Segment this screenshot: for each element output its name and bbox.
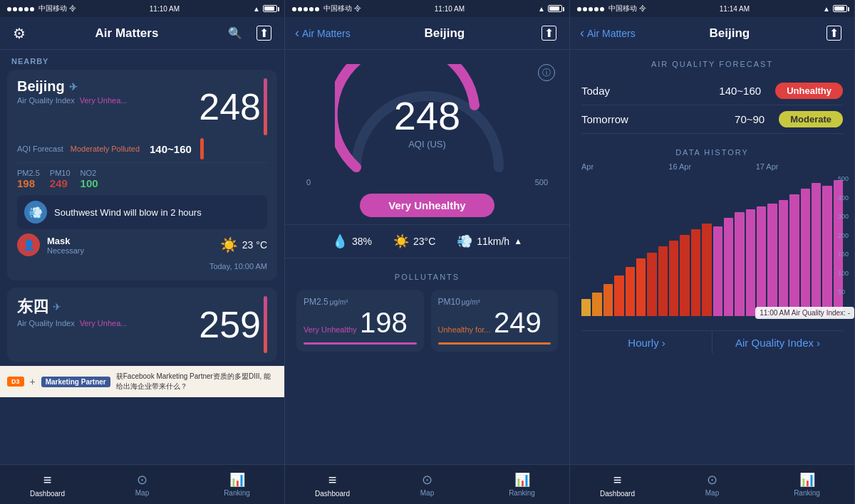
page-title-3: Beijing xyxy=(710,26,750,41)
nav-map-1[interactable]: ⊙ Map xyxy=(95,465,190,504)
today-badge: Unhealthy xyxy=(775,83,843,99)
gear-icon[interactable] xyxy=(10,22,28,45)
forecast-bar-1 xyxy=(200,138,204,159)
ranking-label-2: Ranking xyxy=(509,489,535,497)
status-bar-2: 中国移动 令 11:10 AM ▲ xyxy=(285,0,569,17)
time-1: 11:10 AM xyxy=(150,5,180,13)
nav-left-1 xyxy=(10,22,28,45)
nav-right-1 xyxy=(225,23,274,43)
loc2-left: 东四 ✈ Air Quality Index Very Unhea... xyxy=(17,296,127,327)
aqi-btn[interactable]: Air Quality Index › xyxy=(712,330,843,355)
share-icon-2[interactable] xyxy=(539,23,559,43)
dashboard-icon-1 xyxy=(43,472,52,488)
nav-dashboard-2[interactable]: Dashboard xyxy=(285,465,380,504)
timestamp-1: Today, 10:00 AM xyxy=(17,259,267,272)
status-right-2: ▲ xyxy=(538,5,562,13)
nav-map-2[interactable]: ⊙ Map xyxy=(380,465,475,504)
aqi-label: Air Quality Index xyxy=(735,337,814,349)
status-bar-1: 中国移动 令 11:10 AM ▲ xyxy=(0,0,284,17)
mask-icon: 👤 xyxy=(17,233,40,256)
pm10-card: PM10 μg/m³ Unhealthy for... 249 xyxy=(431,290,559,352)
aqi-arrow: › xyxy=(817,337,820,349)
y-50: 50 xyxy=(838,288,849,295)
chart-bar-4 xyxy=(626,267,635,316)
bottom-nav-3: Dashboard ⊙ Map 📊 Ranking xyxy=(570,464,854,504)
ad-plus: + xyxy=(30,376,36,387)
aqi-label-1: Air Quality Index Very Unhea... xyxy=(17,96,127,105)
nav-map-3[interactable]: ⊙ Map xyxy=(665,465,760,504)
y-150: 150 xyxy=(838,251,849,258)
pm10-item: PM10 249 xyxy=(50,169,71,189)
aqi-bar-1 xyxy=(264,78,267,135)
temp-stat: ☀️ 23°C xyxy=(393,233,435,249)
wind-stat-icon: 💨 xyxy=(457,233,472,249)
nav-ranking-2[interactable]: 📊 Ranking xyxy=(475,465,569,504)
nav-dashboard-1[interactable]: Dashboard xyxy=(0,465,95,504)
back-btn-3[interactable]: ‹ Air Matters xyxy=(580,26,636,41)
chart-bar-18 xyxy=(779,200,788,316)
chart-bar-22 xyxy=(822,186,831,316)
search-icon[interactable] xyxy=(225,23,245,43)
chart-bar-2 xyxy=(603,284,613,316)
info-icon[interactable]: ⓘ xyxy=(538,64,555,81)
pm25-card: PM2.5 μg/m³ Very Unhealthy 198 xyxy=(296,290,424,352)
dongsi-card[interactable]: 东四 ✈ Air Quality Index Very Unhea... 259 xyxy=(7,288,277,362)
hourly-arrow: › xyxy=(662,337,665,349)
status-right-3: ▲ xyxy=(823,5,847,13)
tomorrow-range: 70~90 xyxy=(735,113,765,125)
share-icon[interactable] xyxy=(254,23,274,43)
page-title-1: Air Matters xyxy=(95,26,159,41)
today-right: 140~160 Unhealthy xyxy=(719,83,843,99)
forecast-tomorrow: Tomorrow 70~90 Moderate xyxy=(581,105,843,134)
pm10-card-unit: μg/m³ xyxy=(462,298,480,306)
nav-dashboard-3[interactable]: Dashboard xyxy=(570,465,665,504)
back-btn-2[interactable]: ‹ Air Matters xyxy=(295,26,351,41)
aqi-value-area: 248 xyxy=(199,78,267,135)
y-400: 400 xyxy=(838,194,849,201)
ad-text: 获Facebook Marketing Partner资质的多盟DIII, 能给… xyxy=(116,372,277,392)
share-icon-3[interactable] xyxy=(824,23,844,43)
humidity-stat: 💧 38% xyxy=(332,233,372,249)
hourly-btn[interactable]: Hourly › xyxy=(581,330,712,355)
forecast-title: AIR QUALITY FORECAST xyxy=(581,60,843,68)
today-range: 140~160 xyxy=(719,85,761,97)
history-title: DATA HISTORY xyxy=(570,148,854,157)
map-label-1: Map xyxy=(135,489,149,497)
nav-ranking-1[interactable]: 📊 Ranking xyxy=(190,465,284,504)
pollutant-cards: PM2.5 μg/m³ Very Unhealthy 198 PM10 μg/m… xyxy=(296,290,558,352)
status-pill-container: Very Unhealthy xyxy=(285,194,569,217)
chart-bar-6 xyxy=(647,253,656,316)
bottom-nav-2: Dashboard ⊙ Map 📊 Ranking xyxy=(285,464,569,504)
signal-dots-2 xyxy=(292,5,321,13)
wind-icon: 💨 xyxy=(24,201,47,224)
ranking-icon-1: 📊 xyxy=(229,472,245,488)
location-name-1: Beijing ✈ xyxy=(17,78,127,95)
carrier-1: 中国移动 令 xyxy=(38,4,76,14)
nav-bar-1: Air Matters xyxy=(0,17,284,50)
y-100: 100 xyxy=(838,270,849,277)
chart-bar-19 xyxy=(789,194,799,316)
pollutant-row-1: PM2.5 198 PM10 249 NO2 100 xyxy=(17,169,267,189)
no2-item: NO2 100 xyxy=(81,169,98,189)
nav-ranking-3[interactable]: 📊 Ranking xyxy=(760,465,854,504)
back-arrow-2: ‹ xyxy=(295,26,299,41)
status-left-2: 中国移动 令 xyxy=(292,4,361,14)
chart-bar-5 xyxy=(636,258,646,316)
ranking-label-3: Ranking xyxy=(794,489,820,497)
bottom-nav-1: Dashboard ⊙ Map 📊 Ranking xyxy=(0,464,284,504)
time-3: 11:14 AM xyxy=(720,5,750,13)
temp-value: 23°C xyxy=(413,236,435,247)
pm25-card-name: PM2.5 xyxy=(304,297,328,307)
ad-banner: D3 + Marketing Partner 获Facebook Marketi… xyxy=(0,366,284,397)
pm25-item: PM2.5 198 xyxy=(17,169,40,189)
pm25-bar xyxy=(304,342,417,345)
chart-bar-20 xyxy=(801,189,810,316)
aqi-value-2: 259 xyxy=(199,306,261,343)
chart-bar-3 xyxy=(614,275,623,316)
chart-bar-11 xyxy=(702,224,711,316)
date-3: 17 Apr xyxy=(756,162,843,171)
beijing-card[interactable]: Beijing ✈ Air Quality Index Very Unhea..… xyxy=(7,70,277,280)
wind-alert-row: 💨 Southwest Wind will blow in 2 hours xyxy=(17,195,267,229)
aqi-bar-2 xyxy=(264,296,267,353)
pm25-name-row: PM2.5 μg/m³ xyxy=(304,297,417,307)
